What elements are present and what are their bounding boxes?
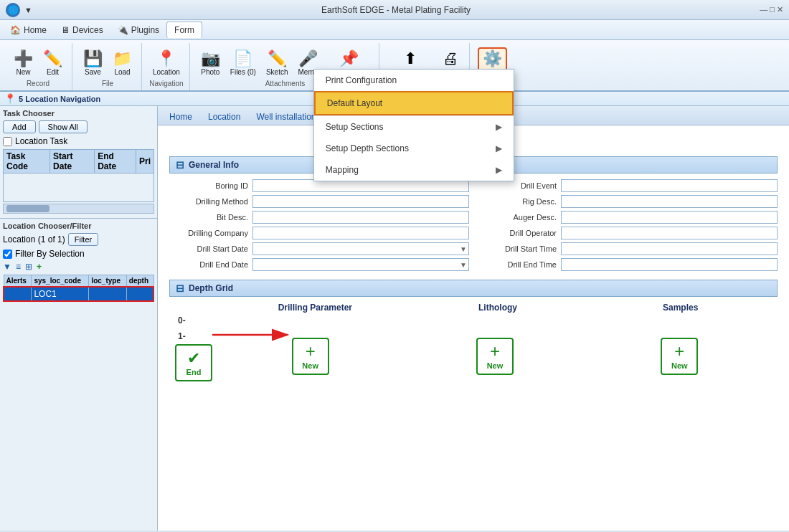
- grid-icon[interactable]: ⊞: [25, 262, 32, 272]
- bit-desc-input[interactable]: [252, 211, 469, 224]
- location-task-checkbox[interactable]: [3, 137, 12, 146]
- drilling-method-input[interactable]: [252, 195, 469, 208]
- load-button[interactable]: 📁 Load: [109, 49, 136, 78]
- drill-operator-label: Drill Operator: [478, 229, 557, 237]
- filter-by-selection-checkbox[interactable]: [3, 250, 12, 259]
- quick-access: ▼: [24, 6, 32, 14]
- loc-chooser-title: Location Chooser/Filter: [3, 222, 154, 230]
- app-title: EarthSoft EDGE - Metal Plating Facility: [321, 5, 471, 15]
- filter-button[interactable]: Filter: [68, 233, 98, 246]
- auger-desc-input[interactable]: [561, 211, 778, 224]
- list-icon[interactable]: ≡: [16, 262, 21, 272]
- navigation-group-label: Navigation: [149, 80, 183, 87]
- sketch-button[interactable]: ✏️ Sketch: [263, 49, 292, 78]
- drill-start-date-input[interactable]: ▼: [252, 242, 469, 255]
- mapping-item[interactable]: Mapping ▶: [314, 159, 514, 181]
- drilling-method-row: Drilling Method: [169, 195, 469, 208]
- location-nav-label: 5 Location Navigation: [19, 95, 100, 103]
- add-location-icon[interactable]: +: [37, 262, 42, 272]
- load-label: Load: [114, 68, 130, 76]
- new-drilling-icon: +: [306, 343, 316, 360]
- edit-button[interactable]: ✏️ Edit: [39, 49, 66, 78]
- menu-home-label: Home: [24, 25, 47, 35]
- edit-icon: ✏️: [43, 51, 62, 67]
- task-col-code: Task Code: [4, 150, 50, 174]
- memo-icon: 🎤: [298, 51, 318, 67]
- depth-grid-header: ⊟ Depth Grid: [169, 280, 778, 297]
- plugins-menu-icon: 🔌: [118, 25, 128, 35]
- save-button[interactable]: 💾 Save: [80, 49, 106, 78]
- depth-spacer: [181, 303, 224, 313]
- new-samples-button[interactable]: + New: [661, 338, 698, 375]
- add-task-button[interactable]: Add: [3, 120, 36, 133]
- drill-end-date-label: Drill End Date: [169, 260, 248, 269]
- maxrestore-icon: ⬆: [404, 51, 417, 67]
- drilling-company-input[interactable]: [252, 227, 469, 239]
- loc-filter-row: Location (1 of 1) Filter: [3, 233, 154, 246]
- edit-label: Edit: [47, 68, 59, 76]
- photo-button[interactable]: 📷 Photo: [197, 49, 224, 78]
- setup-depth-sections-label: Setup Depth Sections: [326, 143, 409, 153]
- menu-bar: 🏠 Home 🖥 Devices 🔌 Plugins Form: [0, 20, 789, 40]
- boring-log-content: BoringLog ⊟ General Info Boring ID Drill…: [158, 125, 789, 524]
- task-scrollbar[interactable]: [3, 204, 154, 214]
- print-icon: 🖨: [443, 51, 458, 67]
- loc-col-code: sys_loc_code: [32, 275, 89, 288]
- show-all-button[interactable]: Show All: [39, 120, 88, 133]
- sketch-icon: ✏️: [268, 51, 287, 67]
- devices-menu-icon: 🖥: [61, 25, 70, 35]
- nav-location-icon: 📍: [4, 93, 16, 104]
- setup-sections-item[interactable]: Setup Sections ▶: [314, 116, 514, 138]
- drill-operator-row: Drill Operator: [478, 227, 778, 239]
- location-chooser: Location Chooser/Filter Location (1 of 1…: [0, 219, 157, 305]
- end-button[interactable]: ✔ End: [175, 344, 212, 381]
- depth-grid-title: Depth Grid: [189, 283, 233, 293]
- loc-icon-bar: ▼ ≡ ⊞ +: [3, 262, 154, 272]
- tab-well[interactable]: Well installation: [249, 109, 323, 125]
- loc1-type: [89, 287, 126, 301]
- tab-home[interactable]: Home: [162, 109, 199, 125]
- new-button[interactable]: ➕ New: [10, 49, 37, 78]
- location-task-row: Location Task: [3, 136, 154, 146]
- menu-plugins[interactable]: 🔌 Plugins: [110, 22, 166, 38]
- menu-form-label: Form: [174, 25, 194, 35]
- filter-icon[interactable]: ▼: [3, 262, 11, 272]
- drill-start-time-input[interactable]: [561, 242, 778, 255]
- print-config-item[interactable]: Print Configuration: [314, 70, 514, 91]
- files-label: Files (0): [230, 68, 256, 76]
- drilling-company-label: Drilling Company: [169, 229, 248, 237]
- menu-home[interactable]: 🏠 Home: [3, 22, 54, 38]
- new-drilling-label: New: [302, 361, 318, 370]
- location-row-loc1[interactable]: LOC1: [4, 287, 153, 301]
- ribbon: ➕ New ✏️ Edit Record 💾 Save 📁 Load File: [0, 40, 789, 92]
- drill-event-label: Drill Event: [478, 181, 557, 190]
- depth-grid-collapse-icon[interactable]: ⊟: [176, 282, 184, 294]
- collapse-icon[interactable]: ⊟: [176, 159, 184, 171]
- rig-desc-input[interactable]: [561, 195, 778, 208]
- files-button[interactable]: 📄 Files (0): [227, 49, 260, 78]
- tab-location[interactable]: Location: [201, 109, 247, 125]
- title-bar-left: 🌐 ▼: [6, 3, 32, 17]
- window-controls: — □ ✕: [760, 5, 783, 14]
- menu-devices[interactable]: 🖥 Devices: [54, 22, 110, 38]
- default-layout-item[interactable]: Default Layout: [314, 91, 514, 115]
- ribbon-group-file: 💾 Save 📁 Load File: [74, 43, 142, 90]
- drill-end-time-input[interactable]: [561, 258, 778, 271]
- location-label: Location: [153, 68, 180, 76]
- setup-depth-sections-item[interactable]: Setup Depth Sections ▶: [314, 138, 514, 159]
- rig-desc-label: Rig Desc.: [478, 197, 557, 206]
- bit-desc-row: Bit Desc.: [169, 211, 469, 224]
- files-icon: 📄: [233, 51, 252, 67]
- location-button[interactable]: 📍 Location: [149, 49, 184, 78]
- end-label: End: [186, 368, 202, 376]
- menu-form[interactable]: Form: [166, 22, 202, 38]
- rig-desc-row: Rig Desc.: [478, 195, 778, 208]
- setup-sections-arrow: ▶: [496, 122, 502, 132]
- drill-operator-input[interactable]: [561, 227, 778, 239]
- drill-start-date-label: Drill Start Date: [169, 244, 248, 253]
- drill-end-date-input[interactable]: ▼: [252, 258, 469, 271]
- drill-event-input[interactable]: [561, 179, 778, 192]
- new-drilling-button[interactable]: + New: [292, 338, 329, 375]
- new-lithology-button[interactable]: + New: [476, 338, 514, 375]
- location-table: Alerts sys_loc_code loc_type depth LOC1: [3, 275, 154, 302]
